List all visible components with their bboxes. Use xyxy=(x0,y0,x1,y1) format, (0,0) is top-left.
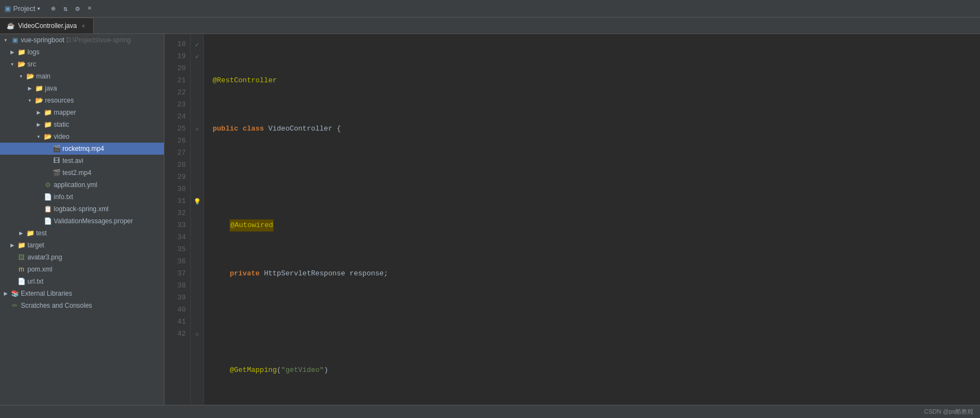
sidebar-item-scratches[interactable]: ▶ ✏ Scratches and Consoles xyxy=(0,300,164,312)
resources-label: resources xyxy=(45,97,74,104)
gutter-28 xyxy=(191,159,203,171)
java-folder-icon: 📁 xyxy=(35,84,43,93)
mapper-label: mapper xyxy=(54,109,76,116)
target-arrow: ▶ xyxy=(9,242,15,248)
project-label[interactable]: ▣ Project ▾ xyxy=(4,4,40,13)
sidebar-item-logbackxml[interactable]: ▶ 📋 logback-spring.xml xyxy=(0,203,164,215)
sidebar-item-mapper[interactable]: ▶ 📁 mapper xyxy=(0,106,164,118)
project-dropdown[interactable]: ▾ xyxy=(37,5,40,12)
sidebar-root[interactable]: ▾ ▣ vue-springboot D:\Projects\vue-sprin… xyxy=(0,34,164,46)
sidebar-item-pomxml[interactable]: ▶ m pom.xml xyxy=(0,263,164,275)
sidebar-item-infotxt[interactable]: ▶ 📄 info.txt xyxy=(0,191,164,203)
sidebar-item-logs[interactable]: ▶ 📁 logs xyxy=(0,46,164,58)
project-title: Project xyxy=(13,4,35,13)
logs-folder-icon: 📁 xyxy=(17,48,26,57)
gutter-42: ◇ xyxy=(191,328,203,340)
code-line-20 xyxy=(213,171,980,183)
sidebar-item-resources[interactable]: ▾ 📂 resources xyxy=(0,94,164,106)
rocketmq-label: rocketmq.mp4 xyxy=(62,145,104,152)
gutter-25: ◇ xyxy=(191,123,203,135)
status-bar: CSDN @ps酷教程 xyxy=(0,405,980,418)
mapper-arrow: ▶ xyxy=(35,109,42,116)
gutter-39 xyxy=(191,292,203,304)
gutter-27 xyxy=(191,147,203,159)
scratches-icon: ✏ xyxy=(10,301,19,310)
main-label: main xyxy=(36,72,50,80)
video-folder-icon: 📂 xyxy=(43,132,52,141)
title-bar: ▣ Project ▾ ⊕ ⇅ ⚙ × xyxy=(0,0,980,18)
gutter-41 xyxy=(191,316,203,328)
sidebar-item-appyml[interactable]: ▶ ⚙ application.yml xyxy=(0,179,164,191)
root-module-icon: ▣ xyxy=(10,36,19,44)
sidebar-item-testavi[interactable]: ▶ 🎞 test.avi xyxy=(0,155,164,167)
gutter-23 xyxy=(191,99,203,111)
infotxt-label: info.txt xyxy=(54,193,73,201)
sidebar-item-main[interactable]: ▾ 📂 main xyxy=(0,70,164,82)
close-icon[interactable]: × xyxy=(85,4,94,13)
sidebar-item-test[interactable]: ▶ 📁 test xyxy=(0,227,164,239)
sync-icon[interactable]: ⇅ xyxy=(61,4,70,13)
code-content[interactable]: @RestController public class VideoContro… xyxy=(204,34,980,405)
sidebar-item-src[interactable]: ▾ 📂 src xyxy=(0,58,164,70)
tab-close-button[interactable]: × xyxy=(80,22,87,29)
main-arrow: ▾ xyxy=(18,73,24,80)
test2mp4-icon: 🎬 xyxy=(52,168,61,177)
gutter-37 xyxy=(191,268,203,280)
infotxt-icon: 📄 xyxy=(43,193,52,201)
root-arrow: ▾ xyxy=(2,37,9,43)
gutter-19: ✓ xyxy=(191,50,203,63)
logbackxml-icon: 📋 xyxy=(43,205,52,213)
bulb-icon[interactable]: 💡 xyxy=(193,198,201,205)
title-actions: ⊕ ⇅ ⚙ × xyxy=(49,4,94,13)
java-label: java xyxy=(45,84,57,92)
sidebar-item-target[interactable]: ▶ 📁 target xyxy=(0,239,164,251)
testavi-icon: 🎞 xyxy=(52,156,61,165)
test2mp4-label: test2.mp4 xyxy=(62,169,92,177)
gutter-38 xyxy=(191,280,203,292)
code-line-21: @Autowired xyxy=(213,219,980,231)
add-icon[interactable]: ⊕ xyxy=(49,4,58,13)
avatar-icon: 🖼 xyxy=(17,253,26,262)
sidebar-item-validation[interactable]: ▶ 📄 ValidationMessages.proper xyxy=(0,215,164,227)
tab-label: VideoController.java xyxy=(18,22,77,30)
rocketmq-icon: 🎬 xyxy=(52,144,61,153)
gutter-18: ✓ xyxy=(191,38,203,50)
video-label: video xyxy=(54,133,70,140)
extlibs-icon: 📚 xyxy=(10,289,19,298)
logbackxml-label: logback-spring.xml xyxy=(54,205,109,213)
sidebar-item-java[interactable]: ▶ 📁 java xyxy=(0,82,164,94)
test-folder-icon: 📁 xyxy=(26,229,35,238)
code-line-18: @RestController xyxy=(213,75,980,87)
test-arrow: ▶ xyxy=(18,230,24,236)
tab-videocontroller[interactable]: ☕ VideoController.java × xyxy=(0,18,94,33)
target-folder-icon: 📁 xyxy=(17,241,26,250)
code-line-22: private HttpServletResponse response; xyxy=(213,268,980,280)
sidebar-item-avatar[interactable]: ▶ 🖼 avatar3.png xyxy=(0,251,164,263)
sidebar-item-test2mp4[interactable]: ▶ 🎬 test2.mp4 xyxy=(0,167,164,179)
sidebar-item-video[interactable]: ▾ 📂 video xyxy=(0,131,164,143)
sidebar-item-rocketmq[interactable]: ▶ 🎬 rocketmq.mp4 xyxy=(0,143,164,155)
project-icon: ▣ xyxy=(4,4,11,13)
gutter-35 xyxy=(191,244,203,256)
sidebar-item-urltxt[interactable]: ▶ 📄 url.txt xyxy=(0,275,164,287)
code-editor[interactable]: 18 19 20 21 22 23 24 25 26 27 28 29 30 3… xyxy=(164,34,980,405)
static-folder-icon: 📁 xyxy=(43,120,52,129)
test-label: test xyxy=(36,229,47,237)
sidebar-item-extlibs[interactable]: ▶ 📚 External Libraries xyxy=(0,287,164,300)
extlibs-arrow: ▶ xyxy=(2,290,9,297)
src-arrow: ▾ xyxy=(9,61,15,67)
appyml-icon: ⚙ xyxy=(43,180,52,189)
sidebar-item-static[interactable]: ▶ 📁 static xyxy=(0,118,164,131)
video-arrow: ▾ xyxy=(35,133,42,140)
settings-icon[interactable]: ⚙ xyxy=(73,4,82,13)
code-line-19: public class VideoController { xyxy=(213,123,980,135)
gutter-40 xyxy=(191,304,203,316)
tab-java-icon: ☕ xyxy=(7,22,15,30)
gutter-21 xyxy=(191,75,203,87)
main-content: ▾ ▣ vue-springboot D:\Projects\vue-sprin… xyxy=(0,34,980,405)
main-folder-icon: 📂 xyxy=(26,72,35,81)
gutter-26 xyxy=(191,135,203,147)
code-line-24: @GetMapping("getVideo") xyxy=(213,364,980,376)
annotation-restcontroller: @RestController xyxy=(213,75,277,87)
logs-arrow: ▶ xyxy=(9,49,15,55)
